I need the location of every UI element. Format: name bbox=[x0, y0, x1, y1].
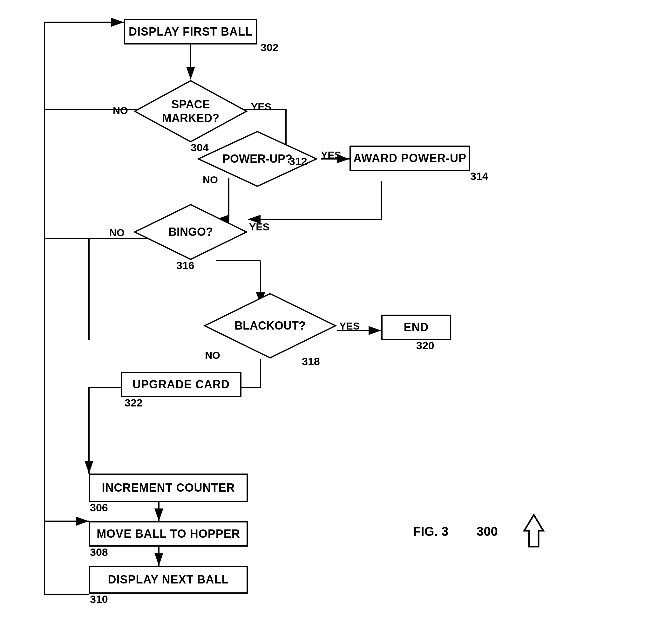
power-up-no-label: NO bbox=[203, 174, 218, 186]
upgrade-card-node: UPGRADE CARD bbox=[121, 372, 242, 397]
display-first-ball-node: DISPLAY FIRST BALL bbox=[124, 19, 257, 44]
space-marked-yes-label: YES bbox=[251, 101, 271, 113]
display-next-ball-node: DISPLAY NEXT BALL bbox=[89, 566, 248, 594]
bingo-node: BINGO? bbox=[134, 203, 248, 261]
space-marked-no-label: NO bbox=[113, 105, 128, 117]
blackout-yes-label: YES bbox=[339, 320, 360, 332]
fig-label: FIG. 3 bbox=[413, 524, 448, 539]
move-ball-node: MOVE BALL TO HOPPER bbox=[89, 521, 248, 547]
bingo-yes-label: YES bbox=[249, 221, 270, 233]
node-num-318: 318 bbox=[302, 355, 320, 368]
end-node: END bbox=[381, 315, 451, 340]
node-num-322: 322 bbox=[125, 397, 143, 409]
blackout-no-label: NO bbox=[205, 350, 220, 362]
node-num-316: 316 bbox=[176, 259, 194, 272]
increment-counter-node: INCREMENT COUNTER bbox=[89, 474, 248, 502]
svg-marker-14 bbox=[524, 515, 543, 547]
node-num-320: 320 bbox=[416, 339, 434, 352]
node-num-310: 310 bbox=[90, 593, 108, 605]
node-num-308: 308 bbox=[90, 546, 108, 558]
node-num-314: 314 bbox=[470, 170, 488, 182]
blackout-node: BLACKOUT? bbox=[203, 292, 337, 359]
bingo-no-label: NO bbox=[109, 227, 125, 239]
award-power-up-node: AWARD POWER-UP bbox=[349, 146, 470, 171]
node-num-302: 302 bbox=[261, 41, 279, 54]
fig-num-label: 300 bbox=[477, 524, 498, 539]
node-num-306: 306 bbox=[90, 502, 108, 514]
power-up-yes-label: YES bbox=[321, 149, 341, 161]
